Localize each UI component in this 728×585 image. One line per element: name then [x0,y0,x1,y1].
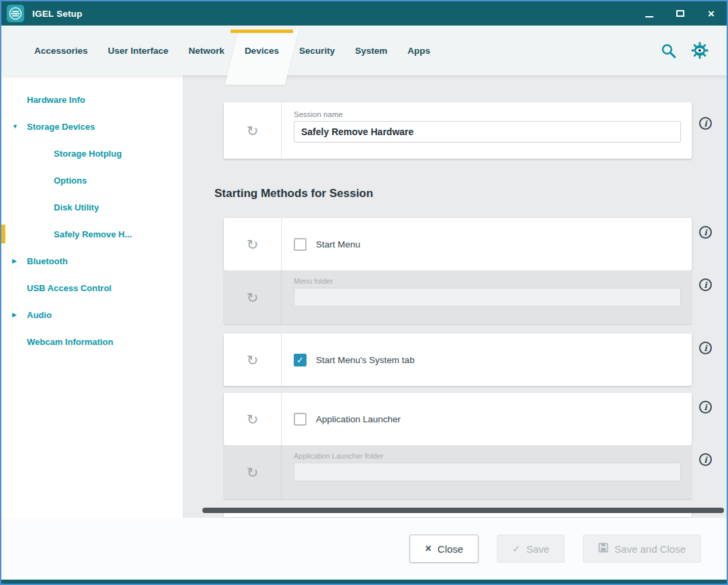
sidebar-item-disk-utility[interactable]: Disk Utility [1,194,183,221]
igel-setup-window: IGEL Setup × Accessories User Interface … [0,0,728,585]
window-controls: × [634,1,727,26]
reset-icon: ↻ [247,290,259,305]
expander-expanded-icon[interactable]: ▼ [12,123,22,130]
application-launcher-folder-row: ↻ Application Launcher folder i [224,445,712,499]
start-menu-system-tab-label: Start Menu's System tab [316,355,415,365]
save-and-close-button-label: Save and Close [614,543,686,555]
minimize-button[interactable] [634,1,665,26]
expander-collapsed-icon[interactable]: ▶ [12,258,22,264]
window-close-icon: × [708,8,715,20]
sidebar-item-storage-hotplug[interactable]: Storage Hotplug [1,140,183,167]
session-name-card: ↻ Session name [224,102,692,159]
maximize-icon [676,10,684,17]
window-title: IGEL Setup [32,9,83,19]
session-name-input[interactable] [294,121,681,143]
session-name-field: Session name [282,102,692,159]
reset-icon: ↻ [247,412,259,426]
close-button-label: Close [438,543,463,555]
application-launcher-checkbox[interactable] [294,413,307,426]
sidebar-item-hardware-info[interactable]: Hardware Info [1,86,183,113]
igel-logo-icon [7,5,24,22]
session-name-label: Session name [294,110,681,118]
reset-parameter-button[interactable]: ↻ [224,102,282,159]
menu-folder-row: ↻ Menu folder i [224,270,712,324]
reset-parameter-button[interactable]: ↻ [224,270,282,324]
application-launcher-label: Application Launcher [316,414,401,424]
sidebar-item-usb-access-control[interactable]: USB Access Control [1,274,183,301]
sidebar-item-safely-remove-hardware[interactable]: Safely Remove H... [1,221,183,247]
bottom-strip [1,580,727,584]
window-body: Hardware Info ▼Storage Devices Storage H… [1,75,727,518]
minimize-icon [645,16,653,17]
titlebar: IGEL Setup × [1,1,727,26]
start-menu-row: ↻ Start Menu i [224,218,712,270]
maximize-button[interactable] [665,1,696,26]
section-title: Starting Methods for Session [214,187,712,200]
sidebar-item-storage-devices[interactable]: ▼Storage Devices [1,113,183,140]
menu-folder-label: Menu folder [294,277,681,285]
start-menu-system-tab-info-icon[interactable]: i [699,342,712,354]
close-button[interactable]: × Close [409,535,479,563]
start-menu-info-icon[interactable]: i [699,226,712,239]
application-launcher-folder-label: Application Launcher folder [294,452,681,460]
expander-collapsed-icon[interactable]: ▶ [12,311,22,318]
horizontal-scrollbar[interactable] [202,508,724,513]
reset-icon: ↻ [247,124,259,138]
tab-accessories[interactable]: Accessories [24,26,98,75]
application-launcher-group: ↻ Application Launcher i ↻ Application L… [214,393,712,499]
sidebar-item-audio[interactable]: ▶Audio [1,301,183,328]
sidebar-item-bluetooth[interactable]: ▶Bluetooth [1,247,183,274]
tab-devices[interactable]: Devices [235,26,289,75]
tab-user-interface[interactable]: User Interface [98,26,179,75]
sidebar-item-options[interactable]: Options [1,167,183,194]
close-window-button[interactable]: × [696,1,727,26]
application-launcher-info-icon[interactable]: i [699,401,712,414]
menu-folder-info-icon[interactable]: i [699,278,712,291]
save-button[interactable]: ✓ Save [497,535,565,563]
menu-folder-input[interactable] [294,288,681,307]
sidebar-item-webcam-information[interactable]: Webcam Information [1,328,183,355]
sidebar: Hardware Info ▼Storage Devices Storage H… [1,75,184,518]
application-launcher-row: ↻ Application Launcher i [224,393,712,445]
tab-network[interactable]: Network [179,26,235,75]
reset-parameter-button[interactable]: ↻ [224,393,282,445]
session-name-info-icon[interactable]: i [699,117,712,130]
gear-eye-icon[interactable] [690,41,709,60]
start-menu-group: ↻ Start Menu i ↻ Menu folder [214,218,712,324]
reset-icon: ↻ [247,353,259,367]
reset-icon: ↻ [247,465,259,479]
start-menu-label: Start Menu [316,239,360,249]
tabbar-tools [660,26,727,75]
save-disk-icon [598,543,608,555]
settings-panel: ↻ Session name i Starting Methods for Se… [184,75,727,518]
reset-parameter-button[interactable]: ↻ [224,218,282,270]
footer-bar: × Close ✓ Save Save and Close [1,518,727,580]
reset-icon: ↻ [247,237,259,251]
start-menu-system-tab-checkbox[interactable] [294,354,307,366]
start-menu-checkbox[interactable] [294,238,307,251]
tab-bar: Accessories User Interface Network Devic… [1,26,727,75]
close-x-icon: × [425,543,431,555]
reset-parameter-button[interactable]: ↻ [224,445,282,499]
save-button-label: Save [526,543,549,555]
application-launcher-folder-info-icon[interactable]: i [699,453,712,466]
reset-parameter-button[interactable]: ↻ [224,334,282,386]
save-check-icon: ✓ [512,543,520,554]
start-menu-system-tab-row: ↻ Start Menu's System tab i [224,334,712,386]
application-launcher-folder-input[interactable] [294,463,681,481]
save-and-close-button[interactable]: Save and Close [583,535,701,563]
tab-system[interactable]: System [345,26,397,75]
session-name-row: ↻ Session name i [224,102,712,159]
tab-apps[interactable]: Apps [397,26,440,75]
search-icon[interactable] [660,42,677,59]
